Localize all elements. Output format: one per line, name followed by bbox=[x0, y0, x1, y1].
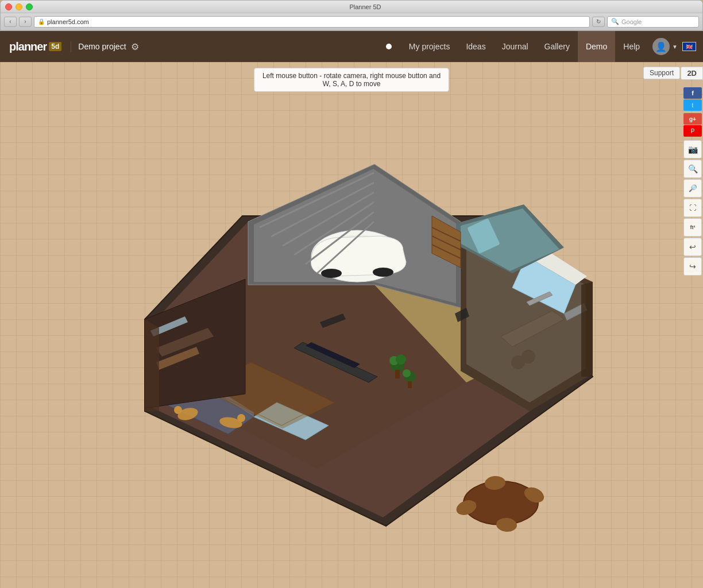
zoom-in-button[interactable]: 🔍 bbox=[683, 160, 702, 178]
browser-toolbar: ‹ › 🔒 planner5d.com ↻ 🔍 Google bbox=[1, 13, 702, 30]
measure-button[interactable]: ft² bbox=[683, 218, 702, 237]
redo-button[interactable]: ↪ bbox=[683, 257, 702, 276]
svg-point-32 bbox=[174, 406, 182, 414]
floor-plan-svg bbox=[93, 90, 610, 560]
svg-point-54 bbox=[522, 350, 535, 363]
right-toolbar: f t g+ P 📷 🔍 🔎 ⛶ ft² ↩ bbox=[682, 85, 703, 278]
back-button[interactable]: ‹ bbox=[4, 17, 17, 27]
nav-journal[interactable]: Journal bbox=[494, 31, 536, 62]
measure-icon: ft² bbox=[690, 225, 696, 230]
logo-text: planner bbox=[9, 40, 47, 53]
nav-demo[interactable]: Demo bbox=[578, 31, 615, 62]
googleplus-share-button[interactable]: g+ bbox=[683, 113, 702, 125]
main-content: Left mouse button - rotate camera, right… bbox=[0, 62, 703, 588]
project-name: Demo project bbox=[78, 42, 126, 51]
app-navbar: planner 5d Demo project ⚙ My projects Id… bbox=[0, 31, 703, 62]
zoom-out-button[interactable]: 🔎 bbox=[683, 179, 702, 198]
svg-marker-61 bbox=[145, 319, 159, 411]
facebook-share-button[interactable]: f bbox=[683, 87, 702, 99]
window-controls bbox=[5, 3, 33, 10]
pinterest-share-button[interactable]: P bbox=[683, 125, 702, 137]
canvas-3d[interactable] bbox=[0, 62, 703, 588]
svg-point-9 bbox=[321, 269, 342, 278]
nav-ideas[interactable]: Ideas bbox=[458, 31, 493, 62]
user-chevron: ▼ bbox=[672, 44, 678, 50]
camera-icon: 📷 bbox=[688, 145, 698, 154]
gear-icon[interactable]: ⚙ bbox=[131, 41, 139, 52]
logo-accent: 5d bbox=[49, 42, 61, 51]
undo-icon: ↩ bbox=[689, 242, 696, 252]
undo-button[interactable]: ↩ bbox=[683, 238, 702, 256]
fullscreen-icon: ⛶ bbox=[689, 204, 696, 212]
building-exterior bbox=[145, 164, 593, 533]
screenshot-button[interactable]: 📷 bbox=[683, 140, 702, 158]
svg-point-40 bbox=[396, 354, 406, 365]
social-share-group: f t bbox=[683, 87, 702, 111]
support-button[interactable]: Support bbox=[643, 67, 680, 79]
forward-button[interactable]: › bbox=[19, 17, 32, 27]
minimize-dot[interactable] bbox=[16, 3, 22, 10]
nav-my-projects[interactable]: My projects bbox=[401, 31, 458, 62]
browser-window: Planner 5D ‹ › 🔒 planner5d.com ↻ 🔍 Googl… bbox=[0, 0, 703, 31]
svg-marker-62 bbox=[581, 282, 593, 377]
close-dot[interactable] bbox=[5, 3, 12, 10]
maximize-dot[interactable] bbox=[26, 3, 33, 10]
social-share-group-2: g+ P bbox=[683, 113, 702, 137]
svg-point-10 bbox=[373, 268, 393, 277]
search-placeholder: Google bbox=[621, 18, 642, 25]
secure-icon: 🔒 bbox=[38, 18, 45, 25]
camera-tooltip: Left mouse button - rotate camera, right… bbox=[254, 68, 449, 92]
zoom-out-icon: 🔎 bbox=[689, 184, 697, 192]
refresh-button[interactable]: ↻ bbox=[592, 17, 605, 27]
browser-titlebar: Planner 5D bbox=[1, 1, 702, 13]
logo-area: planner 5d bbox=[0, 40, 71, 53]
svg-rect-44 bbox=[408, 381, 412, 388]
zoom-in-icon: 🔍 bbox=[688, 164, 698, 173]
svg-point-34 bbox=[237, 414, 245, 422]
url-text: planner5d.com bbox=[47, 18, 89, 25]
language-flag[interactable]: 🇬🇧 bbox=[682, 42, 696, 51]
svg-point-43 bbox=[403, 369, 411, 377]
twitter-share-button[interactable]: t bbox=[683, 99, 702, 111]
user-menu[interactable]: 👤 ▼ bbox=[648, 38, 682, 55]
user-avatar: 👤 bbox=[652, 38, 670, 55]
nav-separator-dot bbox=[386, 44, 392, 49]
search-icon: 🔍 bbox=[611, 18, 619, 25]
nav-help[interactable]: Help bbox=[615, 31, 648, 62]
view-2d-button[interactable]: 2D bbox=[681, 67, 703, 80]
address-bar[interactable]: 🔒 planner5d.com bbox=[34, 16, 590, 28]
svg-rect-41 bbox=[395, 370, 400, 378]
tooltip-text: Left mouse button - rotate camera, right… bbox=[262, 72, 441, 88]
nav-gallery[interactable]: Gallery bbox=[536, 31, 578, 62]
browser-title: Planner 5D bbox=[33, 3, 698, 10]
nav-links: My projects Ideas Journal Gallery Demo H… bbox=[401, 31, 648, 62]
search-bar[interactable]: 🔍 Google bbox=[607, 16, 699, 28]
app-container: planner 5d Demo project ⚙ My projects Id… bbox=[0, 31, 703, 588]
redo-icon: ↪ bbox=[689, 262, 696, 271]
fullscreen-button[interactable]: ⛶ bbox=[683, 199, 702, 217]
project-name-area: Demo project ⚙ bbox=[71, 41, 145, 52]
